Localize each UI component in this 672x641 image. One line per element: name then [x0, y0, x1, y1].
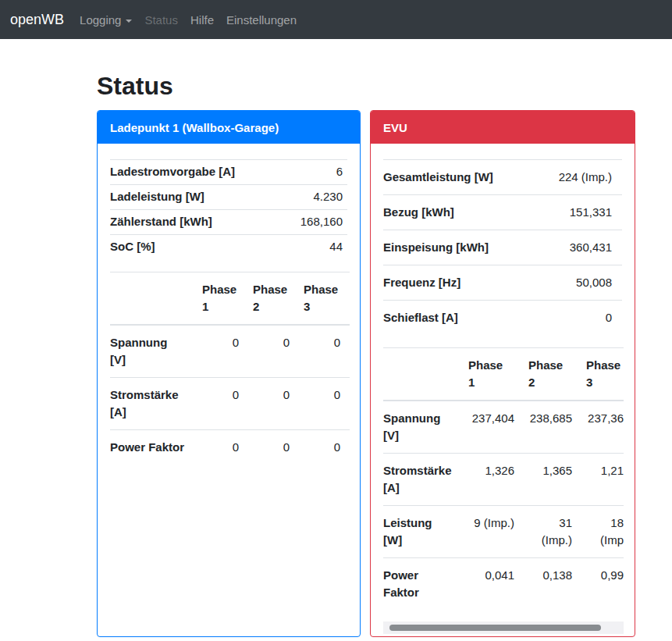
stat-label: Gesamtleistung [W] — [383, 160, 535, 195]
chevron-down-icon — [126, 20, 132, 23]
stat-value: 224 (Imp.) — [535, 160, 622, 195]
phase-value: 9 (Imp.) — [464, 506, 524, 558]
page-title: Status — [97, 72, 635, 101]
card-ladepunkt1: Ladepunkt 1 (Wallbox-Garage) Ladestromvo… — [97, 110, 361, 637]
evu-stats-table: Gesamtleistung [W] 224 (Imp.) Bezug [kWh… — [383, 159, 622, 335]
phase-header-corner — [383, 348, 464, 401]
status-cards-row: Ladepunkt 1 (Wallbox-Garage) Ladestromvo… — [97, 110, 635, 637]
stat-label: Zählerstand [kWh] — [110, 210, 283, 235]
phase-row-label: Spannung [V] — [110, 325, 197, 378]
table-row: Gesamtleistung [W] 224 (Imp.) — [383, 160, 622, 195]
phase-value: 31 (Imp.) — [524, 506, 581, 558]
ladepunkt1-stats-table: Ladestromvorgabe [A] 6 Ladeleistung [W] … — [110, 159, 347, 259]
phase-header: Phase 1 — [197, 272, 248, 326]
stat-value: 6 — [283, 160, 347, 185]
phase-value: 238,685 — [524, 401, 581, 454]
phase-value: 1,365 — [524, 454, 581, 506]
table-row: Einspeisung [kWh] 360,431 — [383, 230, 622, 265]
evu-phase-table: Phase 1 Phase 2 Phase 3 Spannung [V] 237… — [383, 347, 624, 610]
card-ladepunkt1-body: Ladestromvorgabe [A] 6 Ladeleistung [W] … — [98, 144, 360, 480]
navbar-menu: Logging Status Hilfe Einstellungen — [73, 13, 303, 27]
stat-value: 0 — [535, 301, 622, 336]
phase-header: Phase 1 — [464, 348, 524, 401]
stat-label: Schieflast [A] — [383, 301, 535, 336]
phase-value: 0,138 — [524, 558, 581, 611]
phase-row-label: Power Faktor — [110, 430, 197, 465]
table-row: Power Faktor 0,041 0,138 0,99 — [383, 558, 624, 611]
stat-label: Frequenz [Hz] — [383, 265, 535, 301]
phase-value: 0 — [197, 325, 248, 378]
stat-label: Ladeleistung [W] — [110, 185, 283, 210]
phase-value: 237,36 — [581, 401, 624, 454]
stat-value: 151,331 — [535, 195, 622, 230]
table-row: Zählerstand [kWh] 168,160 — [110, 210, 347, 235]
table-row: Schieflast [A] 0 — [383, 301, 622, 336]
phase-row-label: Stromstärke [A] — [110, 378, 197, 430]
phase-value: 0 — [248, 430, 299, 465]
phase-header: Phase 3 — [299, 272, 350, 326]
stat-label: SoC [%] — [110, 235, 283, 260]
phase-value: 1,21 — [581, 454, 624, 506]
nav-item-status[interactable]: Status — [138, 13, 184, 27]
phase-header: Phase 2 — [524, 348, 581, 401]
phase-value: 18 (Imp — [581, 506, 624, 558]
table-row: SoC [%] 44 — [110, 235, 347, 260]
nav-item-hilfe[interactable]: Hilfe — [184, 13, 220, 27]
card-ladepunkt1-header: Ladepunkt 1 (Wallbox-Garage) — [98, 111, 360, 144]
ladepunkt1-phase-table: Phase 1 Phase 2 Phase 3 Spannung [V] 0 0… — [110, 272, 350, 465]
phase-value: 237,404 — [464, 401, 524, 454]
phase-header-row: Phase 1 Phase 2 Phase 3 — [110, 272, 350, 326]
phase-value: 1,326 — [464, 454, 524, 506]
card-evu-body: Gesamtleistung [W] 224 (Imp.) Bezug [kWh… — [371, 144, 635, 637]
phase-value: 0,041 — [464, 558, 524, 611]
stat-value: 50,008 — [535, 265, 622, 301]
navbar: openWB Logging Status Hilfe Einstellunge… — [0, 0, 672, 39]
table-row: Leistung [W] 9 (Imp.) 31 (Imp.) 18 (Imp — [383, 506, 624, 558]
card-evu-header: EVU — [371, 111, 635, 144]
phase-value: 0 — [299, 325, 350, 378]
card-evu: EVU Gesamtleistung [W] 224 (Imp.) Bezug … — [370, 110, 635, 637]
table-row: Stromstärke [A] 1,326 1,365 1,21 — [383, 454, 624, 506]
stat-label: Bezug [kWh] — [383, 195, 535, 230]
phase-value: 0 — [248, 378, 299, 430]
horizontal-scrollbar[interactable] — [383, 621, 624, 634]
phase-row-label: Spannung [V] — [383, 401, 464, 454]
phase-value: 0 — [197, 378, 248, 430]
phase-value: 0 — [248, 325, 299, 378]
phase-value: 0 — [299, 430, 350, 465]
phase-value: 0 — [197, 430, 248, 465]
stat-label: Ladestromvorgabe [A] — [110, 160, 283, 185]
nav-item-logging-label: Logging — [80, 13, 121, 27]
table-row: Frequenz [Hz] 50,008 — [383, 265, 622, 301]
table-row: Power Faktor 0 0 0 — [110, 430, 350, 465]
phase-value: 0,99 — [581, 558, 624, 611]
evu-phase-table-scroll-area[interactable]: Phase 1 Phase 2 Phase 3 Spannung [V] 237… — [383, 347, 624, 610]
navbar-brand[interactable]: openWB — [10, 12, 64, 28]
table-row: Ladeleistung [W] 4.230 — [110, 185, 347, 210]
phase-header: Phase 3 — [581, 348, 624, 401]
stat-value: 44 — [283, 235, 347, 260]
table-row: Stromstärke [A] 0 0 0 — [110, 378, 350, 430]
table-row: Bezug [kWh] 151,331 — [383, 195, 622, 230]
phase-value: 0 — [299, 378, 350, 430]
stat-label: Einspeisung [kWh] — [383, 230, 535, 265]
stat-value: 168,160 — [283, 210, 347, 235]
nav-item-logging[interactable]: Logging — [73, 13, 138, 27]
table-row: Spannung [V] 0 0 0 — [110, 325, 350, 378]
phase-row-label: Power Faktor — [383, 558, 464, 611]
phase-header-row: Phase 1 Phase 2 Phase 3 — [383, 348, 624, 401]
phase-header: Phase 2 — [248, 272, 299, 326]
table-row: Spannung [V] 237,404 238,685 237,36 — [383, 401, 624, 454]
stat-value: 360,431 — [535, 230, 622, 265]
phase-row-label: Leistung [W] — [383, 506, 464, 558]
table-row: Ladestromvorgabe [A] 6 — [110, 160, 347, 185]
scrollbar-thumb[interactable] — [389, 625, 601, 631]
nav-item-einstellungen[interactable]: Einstellungen — [220, 13, 303, 27]
main-content: Status Ladepunkt 1 (Wallbox-Garage) Lade… — [0, 39, 672, 637]
phase-row-label: Stromstärke [A] — [383, 454, 464, 506]
stat-value: 4.230 — [283, 185, 347, 210]
phase-header-corner — [110, 272, 197, 326]
